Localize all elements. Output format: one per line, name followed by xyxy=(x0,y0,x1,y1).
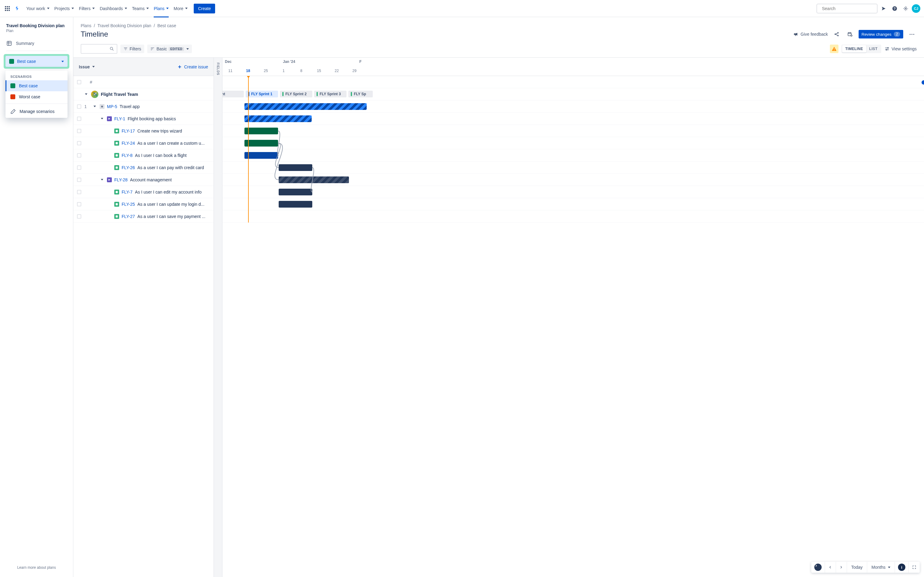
filters-button[interactable]: Filters xyxy=(120,45,144,53)
issue-checkbox[interactable] xyxy=(77,214,81,219)
issue-key-link[interactable]: FLY-25 xyxy=(122,202,135,207)
notifications-icon[interactable] xyxy=(879,4,888,13)
gantt-bar[interactable] xyxy=(244,152,278,159)
issue-key-link[interactable]: FLY-26 xyxy=(122,165,135,170)
issue-row[interactable]: FLY-27As a user I can save my payment ..… xyxy=(73,210,213,222)
breadcrumb-link[interactable]: Best case xyxy=(157,23,176,28)
issue-key-link[interactable]: FLY-17 xyxy=(122,129,135,134)
issue-key-link[interactable]: FLY-24 xyxy=(122,141,135,146)
sprint-pill[interactable]: t sprint xyxy=(223,91,244,97)
gantt-bar[interactable] xyxy=(279,201,312,208)
issue-checkbox[interactable] xyxy=(77,190,81,194)
sidebar-item-summary[interactable]: Summary xyxy=(2,38,71,49)
issue-checkbox[interactable] xyxy=(77,178,81,182)
prev-button[interactable] xyxy=(825,562,836,573)
jira-logo-icon[interactable] xyxy=(15,4,20,13)
help-icon[interactable]: ? xyxy=(890,4,900,13)
issue-key-link[interactable]: MP-5 xyxy=(107,104,117,109)
issue-checkbox[interactable] xyxy=(77,129,81,133)
nav-plans[interactable]: Plans xyxy=(151,4,171,13)
gantt-bar[interactable] xyxy=(244,140,278,147)
issue-checkbox[interactable] xyxy=(77,141,81,145)
timeline-zoom-controls: Today Months i xyxy=(811,562,920,573)
gantt-bar[interactable] xyxy=(244,127,278,134)
view-settings-button[interactable]: View settings xyxy=(884,46,917,52)
issue-key-link[interactable]: FLY-7 xyxy=(122,190,132,195)
nav-dashboards[interactable]: Dashboards xyxy=(97,4,129,13)
scale-dropdown[interactable]: Months xyxy=(867,562,895,573)
app-switcher-icon[interactable] xyxy=(4,5,11,12)
issue-row[interactable]: FLY-25As a user I can update my login d.… xyxy=(73,198,213,210)
fullscreen-button[interactable] xyxy=(909,562,920,573)
review-changes-button[interactable]: Review changes 2 xyxy=(859,30,903,39)
issue-checkbox[interactable] xyxy=(77,117,81,121)
scenario-dropdown-button[interactable]: Best case xyxy=(5,56,68,67)
gantt-bar[interactable] xyxy=(244,103,367,110)
gantt-bar[interactable] xyxy=(244,115,312,122)
select-all-checkbox[interactable] xyxy=(77,80,81,84)
issue-row[interactable]: FLY-8As I user I can book a flight xyxy=(73,149,213,161)
user-avatar[interactable]: CJ xyxy=(912,4,920,13)
issue-row[interactable]: FLY-24As a user I can create a custom u.… xyxy=(73,137,213,149)
issue-row[interactable]: 1MP-5Travel app xyxy=(73,100,213,113)
nav-teams[interactable]: Teams xyxy=(129,4,151,13)
expand-toggle[interactable] xyxy=(92,104,97,109)
global-search[interactable] xyxy=(816,4,877,13)
issue-key-link[interactable]: FLY-8 xyxy=(122,153,132,158)
scroll-back-button[interactable] xyxy=(811,562,825,573)
settings-icon[interactable] xyxy=(901,4,911,13)
auto-schedule-button[interactable] xyxy=(845,29,855,39)
issue-column-header[interactable]: Issue xyxy=(79,64,95,69)
share-button[interactable] xyxy=(832,29,842,39)
issue-row[interactable]: ✈️Flight Travel Team xyxy=(73,88,213,100)
issue-row[interactable]: FLY-28Account management xyxy=(73,174,213,186)
issue-checkbox[interactable] xyxy=(77,105,81,109)
give-feedback-button[interactable]: Give feedback xyxy=(793,31,828,37)
warnings-button[interactable] xyxy=(830,45,838,53)
timeline-row xyxy=(223,174,924,186)
issue-key-link[interactable]: FLY-27 xyxy=(122,214,135,219)
more-actions-button[interactable] xyxy=(907,29,917,39)
issue-row[interactable]: FLY-26As a user I can pay with credit ca… xyxy=(73,161,213,174)
create-button[interactable]: Create xyxy=(194,4,215,13)
expand-toggle[interactable] xyxy=(100,177,105,182)
next-button[interactable] xyxy=(836,562,847,573)
search-input[interactable] xyxy=(822,6,876,11)
sprint-pill[interactable]: FLY Sp xyxy=(348,91,373,97)
issue-checkbox[interactable] xyxy=(77,153,81,158)
gantt-bar[interactable] xyxy=(279,164,312,171)
issue-checkbox[interactable] xyxy=(77,166,81,170)
issue-row[interactable]: FLY-1Flight booking app basics xyxy=(73,113,213,125)
sprint-pill[interactable]: FLY Sprint 2 xyxy=(280,91,312,97)
sprint-pill[interactable]: FLY Sprint 3 xyxy=(314,91,347,97)
legend-button[interactable]: i xyxy=(895,562,909,573)
issue-key-link[interactable]: FLY-1 xyxy=(114,116,125,121)
issue-search-input[interactable] xyxy=(81,44,117,54)
fields-panel-toggle[interactable]: FIELDS xyxy=(214,58,223,577)
nav-projects[interactable]: Projects xyxy=(52,4,77,13)
breadcrumb-link[interactable]: Travel Booking Division plan xyxy=(97,23,151,28)
gantt-bar[interactable] xyxy=(279,189,312,195)
expand-toggle[interactable] xyxy=(100,116,105,121)
issue-checkbox[interactable] xyxy=(77,202,81,206)
hierarchy-dropdown[interactable]: Basic EDITED xyxy=(147,45,192,53)
sprint-pill[interactable]: FLY Sprint 1 xyxy=(246,91,278,97)
gantt-bar[interactable] xyxy=(279,176,349,183)
tab-timeline[interactable]: TIMELINE xyxy=(842,45,866,53)
tab-list[interactable]: LIST xyxy=(866,45,880,53)
create-issue-button[interactable]: Create issue xyxy=(177,64,208,69)
nav-more[interactable]: More xyxy=(171,4,190,13)
expand-toggle[interactable] xyxy=(84,92,89,97)
nav-filters[interactable]: Filters xyxy=(76,4,97,13)
today-button[interactable]: Today xyxy=(847,562,867,573)
release-marker[interactable] xyxy=(922,80,924,85)
scenario-option[interactable]: Worst case xyxy=(5,91,68,102)
breadcrumb-link[interactable]: Plans xyxy=(81,23,91,28)
learn-more-link[interactable]: Learn more about plans xyxy=(2,562,71,573)
issue-key-link[interactable]: FLY-28 xyxy=(114,177,128,182)
scenario-option[interactable]: Best case xyxy=(5,80,68,91)
issue-row[interactable]: FLY-17Create new trips wizard xyxy=(73,125,213,137)
issue-row[interactable]: FLY-7As I user I can edit my account inf… xyxy=(73,186,213,198)
manage-scenarios-button[interactable]: Manage scenarios xyxy=(5,105,68,118)
nav-your-work[interactable]: Your work xyxy=(24,4,52,13)
